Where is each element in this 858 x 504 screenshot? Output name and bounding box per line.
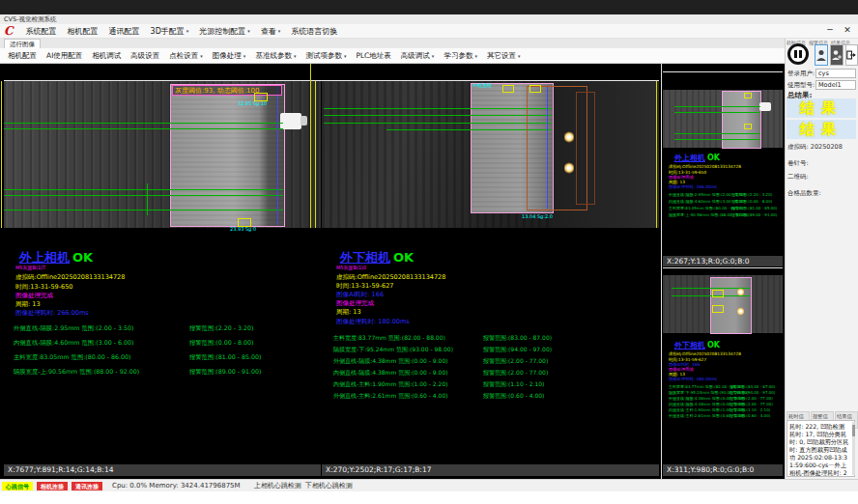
tool-plc-address-table[interactable]: PLC地址表 (356, 51, 390, 61)
qualified-count-label: 合格品数量: (787, 189, 821, 198)
chevron-down-icon: ▾ (278, 28, 281, 34)
admin-settings-button[interactable] (830, 44, 844, 66)
thumb2-process-time: 图像处理耗时: 180.00ms (669, 377, 717, 381)
tool-baseline-params[interactable]: 基准线参数▾ (255, 51, 296, 61)
thumb2-pixel-coords: X:311;Y:980;R:0;G:0;B:0 (663, 464, 783, 476)
measure-line (324, 123, 552, 124)
minimize-button[interactable]: ─ (823, 25, 837, 35)
menu-item-light-control-config[interactable]: 光源控制配置▾ (199, 26, 250, 37)
model-field[interactable]: Model1 (815, 80, 856, 90)
status-bar: 心跳信号 相机连接 通讯连接 Cpu: 0.0% Memory: 3424.41… (0, 479, 858, 491)
right-process-time: 图像处理耗时: 180.00ms (336, 318, 410, 326)
measurement-alarm: 报警范围:(0.00 - 8.00) (731, 199, 772, 204)
menu-item-3d-hand-config[interactable]: 3D手配置▾ (151, 26, 189, 37)
pause-button[interactable] (787, 43, 809, 65)
left-pixel-coords: X:7677;Y:891;R:14;G:14;B:14 (4, 464, 321, 476)
menu-item-camera-config[interactable]: 相机配置 (68, 26, 99, 37)
thumb1-connector (759, 102, 771, 111)
exit-button[interactable] (845, 44, 858, 66)
panel-divider (661, 64, 662, 479)
measurement-row: 内侧直线-隔膜:4.60mm 范围:(3.00 - 6.00) (14, 339, 133, 348)
log-scrollbar-thumb[interactable] (852, 425, 855, 436)
tool-image-processing[interactable]: 图像处理▾ (213, 51, 246, 61)
lower-camera-heartbeat[interactable]: 下相机心跳检测 (305, 481, 353, 490)
pause-icon (799, 50, 802, 58)
measurement-alarm: 报警范围:(2.00 - 77.00) (729, 402, 773, 406)
reflection-spot (737, 288, 744, 296)
thumb2-result-title: 外下相机OK (674, 340, 720, 350)
tool-other-settings[interactable]: 其它设置▾ (487, 51, 521, 61)
chevron-down-icon: ▾ (294, 53, 297, 59)
left-connector-tip (300, 116, 307, 126)
measure-line (147, 183, 148, 215)
top-strip (0, 0, 858, 14)
login-user-field[interactable]: cys (815, 69, 856, 78)
left-connector-part (280, 113, 301, 129)
menu-item-language-switch[interactable]: 系统语言切换 (291, 26, 337, 37)
left-barcode: 虚拟码:Offline20250208133134728 (15, 273, 125, 282)
measurement-alarm: 报警范围:(81.00 - 85.00) (189, 353, 262, 362)
upper-camera-heartbeat[interactable]: 上相机心跳检测 (254, 481, 301, 490)
edge-line (547, 87, 548, 209)
chevron-down-icon: ▾ (474, 53, 477, 59)
tool-learning-params[interactable]: 学习参数▾ (443, 51, 477, 61)
left-cycle: 周期: 13 (15, 300, 41, 309)
chevron-down-icon: ▾ (344, 53, 347, 59)
menu-bar: C 系统配置 相机配置 通讯配置 3D手配置▾ 光源控制配置▾ 查看▾ 系统语言… (0, 24, 858, 39)
menu-item-system-config[interactable]: 系统配置 (26, 26, 57, 37)
tool-test-item-params[interactable]: 测试项参数▾ (305, 51, 346, 61)
qr-code-label: 二维码: (787, 173, 809, 182)
ai-frame-label: AI检测框 (472, 82, 492, 88)
window-title: CVS-视觉检测系统 (4, 15, 56, 23)
reflection-spot (564, 131, 574, 143)
measure-line (674, 112, 760, 113)
roi-annotation: 13.04 Sg:2.0 (522, 213, 553, 219)
tool-camera-config[interactable]: 相机配置 (8, 51, 37, 61)
menu-item-view[interactable]: 查看▾ (261, 26, 281, 37)
thumb1-pixel-coords: X:267;Y:13;R:0;G:0;B:0 (663, 256, 783, 266)
guide-line (656, 81, 657, 228)
measure-line (324, 115, 552, 116)
heartbeat-status-badge: 心跳信号 (2, 482, 33, 490)
thumb1-product (722, 91, 761, 149)
thumb2-barcode: 虚拟码:Offline20250208133134728 (669, 351, 741, 356)
user-icon (816, 49, 826, 61)
measurement-row: 外侧直线-主料:2.61mm 范围:(0.60 - 4.00) (333, 392, 448, 401)
menu-item-comm-config[interactable]: 通讯配置 (109, 26, 140, 37)
pin-number-label: 卷针号: (787, 159, 809, 168)
measurement-alarm: 报警范围:(2.00 - 77.00) (483, 357, 548, 366)
tool-ai-usage-config[interactable]: AI使用配置 (46, 51, 82, 61)
tool-spot-check-settings[interactable]: 点检设置▾ (169, 51, 203, 61)
right-time: 时间:13-31-59-627 (336, 282, 393, 291)
roi-box (502, 85, 514, 93)
comm-link-status-badge: 通讯连接 (72, 482, 102, 490)
measure-line (4, 189, 283, 190)
reflection-spot (564, 162, 574, 174)
measurement-alarm: 报警范围:(2.00 - 77.00) (483, 369, 548, 378)
user-button[interactable] (815, 44, 828, 66)
tool-advanced-debug[interactable]: 高级调试▾ (401, 51, 435, 61)
measurement-alarm: 报警范围:(2.20 - 3.20) (731, 192, 772, 197)
log-text-area[interactable]: 耗时: 222, 凹陷检测耗时: 17, 凹陷分类耗时: 0, 凹陷裁剪分区耗时… (786, 420, 855, 477)
right-ai-time: 图像AI耗时: 166 (336, 291, 384, 299)
measurement-row: 外侧直线-隔膜:2.95mm 范围:(2.00 - 3.50) (14, 324, 133, 333)
chevron-down-icon: ▾ (432, 53, 435, 59)
measurement-alarm: 报警范围:(2.00 - 77.00) (729, 396, 773, 401)
edge-line (277, 85, 278, 225)
pause-icon (794, 50, 797, 58)
measurement-row: 内侧直线-主料:1.90mm 范围:(1.00 - 2.20) (333, 380, 448, 389)
login-user-label: 登录用户: (787, 70, 815, 78)
measure-line (674, 133, 760, 134)
title-bar: CVS-视觉检测系统 (0, 14, 858, 24)
roi-box (712, 290, 724, 297)
right-cycle: 周期: 13 (336, 308, 361, 317)
thumb1-barcode: 虚拟码:Offline20250208133134728 (669, 164, 741, 169)
close-button[interactable]: ✕ (841, 25, 854, 35)
chevron-down-icon: ▾ (247, 28, 250, 34)
guide-line (1, 81, 2, 228)
measurement-row: 内侧直线-隔膜:4.38mm 范围:(0.00 - 9.00) (333, 369, 448, 378)
measurement-alarm: 报警范围:(2.20 - 3.20) (189, 324, 254, 333)
tool-advanced-settings[interactable]: 高级设置 (130, 51, 159, 61)
model-label: 使用型号: (787, 81, 815, 90)
tool-camera-debug[interactable]: 相机调试 (92, 51, 121, 61)
